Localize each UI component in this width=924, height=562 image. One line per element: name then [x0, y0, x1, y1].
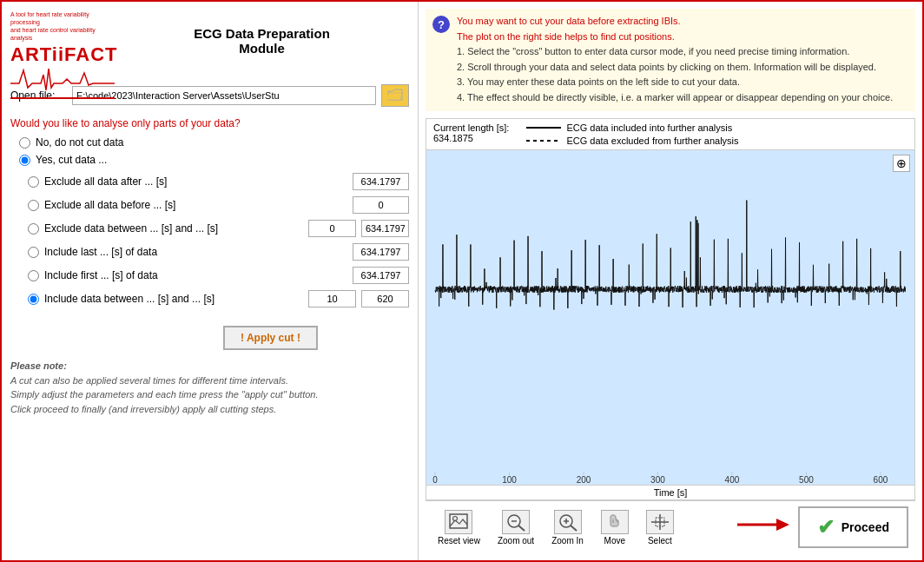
toolbar-zoom-out[interactable]: Zoom out — [492, 508, 539, 547]
logo-area: A tool for heart rate variability proces… — [10, 10, 115, 71]
exclude-after-input[interactable] — [353, 173, 409, 190]
legend-line-solid — [526, 127, 561, 129]
toolbar-move[interactable]: Move — [596, 508, 634, 547]
legend-area: ECG data included into further analysis … — [526, 122, 738, 146]
select-label: Select — [648, 536, 672, 545]
include-between-label: Include data between ... [s] and ... [s] — [44, 293, 303, 305]
include-last-label: Include last ... [s] of data — [44, 246, 347, 258]
content-area: A tool for heart rate variability proces… — [2, 2, 922, 560]
main-container: A tool for heart rate variability proces… — [0, 0, 924, 562]
apply-cut-container: ! Apply cut ! — [28, 319, 409, 350]
toolbar: Reset view Zoom out — [426, 500, 915, 553]
proceed-checkmark-icon: ✔ — [817, 515, 835, 539]
ecg-chart-canvas — [426, 150, 914, 485]
page-title-line2: Module — [115, 41, 409, 56]
yes-cut-label: Yes, cut data ... — [36, 154, 107, 166]
include-first-row: Include first ... [s] of data — [28, 267, 409, 284]
legend-included-label: ECG data included into further analysis — [566, 122, 732, 133]
toolbar-zoom-in[interactable]: Zoom In — [546, 508, 589, 547]
exclude-after-label: Exclude all data after ... [s] — [44, 175, 347, 188]
include-last-input[interactable] — [353, 243, 409, 261]
exclude-before-input[interactable] — [353, 196, 409, 214]
include-between-radio[interactable] — [28, 294, 39, 305]
include-last-row: Include last ... [s] of data — [28, 243, 409, 261]
info-line6: 4. The effect should be directly visible… — [457, 92, 893, 102]
exclude-after-radio[interactable] — [28, 176, 39, 188]
reset-view-icon — [445, 510, 472, 534]
info-box: ? You may want to cut your data before e… — [426, 9, 915, 111]
info-text: You may want to cut your data before ext… — [457, 14, 893, 106]
exclude-before-radio[interactable] — [28, 200, 39, 211]
info-line2: The plot on the right side helps to find… — [457, 31, 675, 42]
include-between-row: Include data between ... [s] and ... [s] — [28, 290, 409, 307]
current-length-label: Current length [s]: — [433, 122, 509, 133]
radio-group: No, do not cut data Yes, cut data ... — [19, 136, 409, 166]
folder-button[interactable] — [381, 84, 409, 107]
logo-text: ARTiiFACT — [10, 43, 117, 66]
svg-marker-13 — [776, 519, 789, 531]
exclude-between-radio[interactable] — [28, 223, 39, 235]
toolbar-select[interactable]: Select — [641, 508, 679, 547]
zoom-out-label: Zoom out — [498, 536, 534, 545]
info-line3: 1. Select the "cross" button to enter da… — [457, 46, 849, 56]
cut-options: Exclude all data after ... [s] Exclude a… — [28, 173, 409, 350]
note-text: Please note: A cut can also be applied s… — [10, 359, 409, 416]
exclude-between-label: Exclude data between ... [s] and ... [s] — [44, 222, 303, 235]
arrow-indicator — [737, 512, 789, 544]
logo-subtitle: A tool for heart rate variability proces… — [10, 10, 115, 42]
proceed-label: Proceed — [842, 520, 889, 534]
legend-line-dashed — [526, 140, 561, 142]
svg-line-3 — [518, 526, 525, 531]
chart-zoom-button[interactable]: ⊕ — [893, 155, 910, 172]
no-cut-label: No, do not cut data — [36, 136, 123, 149]
info-line1: You may want to cut your data before ext… — [457, 16, 681, 26]
zoom-in-label: Zoom In — [551, 536, 584, 545]
info-line4: 2. Scroll through your data and select d… — [457, 62, 876, 72]
left-panel: A tool for heart rate variability proces… — [2, 2, 419, 560]
header-title: ECG Data Preparation Module — [115, 26, 409, 56]
exclude-between-input1[interactable] — [308, 220, 356, 237]
logo-waveform — [10, 66, 115, 92]
legend-included: ECG data included into further analysis — [526, 122, 738, 133]
include-last-radio[interactable] — [28, 247, 39, 258]
x-axis-label: Time [s] — [654, 487, 688, 498]
apply-cut-button[interactable]: ! Apply cut ! — [223, 326, 318, 350]
info-line5: 3. You may enter these data points on th… — [457, 76, 740, 87]
proceed-button[interactable]: ✔ Proceed — [798, 506, 908, 548]
current-length: Current length [s]: 634.1875 — [433, 122, 509, 143]
toolbar-reset-view[interactable]: Reset view — [432, 508, 485, 547]
toolbar-buttons: Reset view Zoom out — [432, 508, 679, 547]
logo-red-line — [10, 97, 115, 99]
legend-excluded: ECG data excluded from further analysis — [526, 136, 738, 146]
logo-header: A tool for heart rate variability proces… — [10, 10, 409, 71]
chart-footer: Time [s] — [426, 485, 914, 499]
chart-canvas-wrapper: ⊕ — [426, 150, 914, 485]
radio-yes-cut-row: Yes, cut data ... — [19, 154, 409, 166]
move-label: Move — [604, 536, 625, 545]
include-between-input1[interactable] — [308, 290, 356, 307]
reset-view-label: Reset view — [438, 536, 480, 545]
chart-area: Current length [s]: 634.1875 ECG data in… — [426, 118, 915, 500]
radio-no-cut-row: No, do not cut data — [19, 136, 409, 149]
proceed-area: ✔ Proceed — [737, 506, 908, 548]
right-panel: ? You may want to cut your data before e… — [419, 2, 922, 560]
no-cut-radio[interactable] — [19, 137, 30, 149]
page-title: ECG Data Preparation — [115, 26, 409, 41]
select-icon — [646, 510, 674, 534]
zoom-in-icon — [554, 510, 582, 534]
zoom-out-icon — [502, 510, 530, 534]
include-between-input2[interactable] — [361, 290, 409, 307]
include-first-radio[interactable] — [28, 270, 39, 281]
include-first-input[interactable] — [353, 267, 409, 284]
question-label: Would you like to analyse only parts of … — [10, 117, 409, 129]
yes-cut-radio[interactable] — [19, 155, 30, 166]
current-length-value: 634.1875 — [433, 133, 509, 143]
move-icon — [601, 510, 629, 534]
open-file-input[interactable] — [72, 86, 376, 105]
exclude-before-row: Exclude all data before ... [s] — [28, 196, 409, 214]
exclude-between-input2[interactable] — [361, 220, 409, 237]
legend-excluded-label: ECG data excluded from further analysis — [566, 136, 738, 146]
svg-line-6 — [571, 526, 577, 531]
exclude-before-label: Exclude all data before ... [s] — [44, 199, 347, 211]
include-first-label: Include first ... [s] of data — [44, 269, 347, 281]
